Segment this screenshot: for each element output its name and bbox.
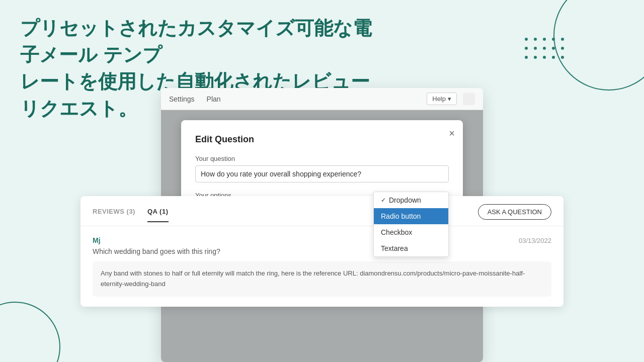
review-date: 03/13/2022 [519,237,551,244]
reviews-tabs: REVIEWS (3) QA (1) [93,208,169,222]
tab-reviews[interactable]: REVIEWS (3) [93,208,135,222]
tab-qa[interactable]: QA (1) [147,208,169,222]
chevron-down-icon: ▾ [448,95,451,103]
check-icon: ✓ [381,197,386,204]
question-label: Your question [195,155,449,162]
nav-right: Help ▾ [427,93,475,105]
decorative-circle-top-right [553,0,644,90]
help-button[interactable]: Help ▾ [427,93,457,105]
decorative-circle-bottom-left [0,302,60,362]
question-row [195,165,449,183]
reviewer-name: Mj [93,236,101,244]
reviews-panel: REVIEWS (3) QA (1) ASK A QUESTION Mj 03/… [80,196,564,307]
app-icon [463,93,475,105]
dropdown-item-textarea[interactable]: Textarea [374,240,448,256]
reviews-header: REVIEWS (3) QA (1) ASK A QUESTION [80,196,564,226]
decorative-dot-grid [525,38,566,61]
app-navbar: Settings Plan Help ▾ [161,88,483,110]
dropdown-item-radio[interactable]: Radio button [374,208,448,224]
ask-question-button[interactable]: ASK A QUESTION [478,204,551,220]
type-dropdown-menu: ✓ Dropdown Radio button Checkbox Textare… [373,192,449,257]
review-content: Mj 03/13/2022 Which wedding band goes wi… [80,226,564,307]
dropdown-item-checkbox[interactable]: Checkbox [374,224,448,240]
question-input[interactable] [195,165,449,183]
nav-plan[interactable]: Plan [207,95,221,103]
modal-title: Edit Question [195,134,449,145]
review-question: Which wedding band goes with this ring? [93,247,551,255]
review-answer: Any band with stones to half or full ete… [93,261,551,297]
nav-settings[interactable]: Settings [169,95,195,103]
dropdown-item-dropdown[interactable]: ✓ Dropdown [374,192,448,208]
modal-close-button[interactable]: × [449,128,455,138]
reviewer-row: Mj 03/13/2022 [93,236,551,244]
